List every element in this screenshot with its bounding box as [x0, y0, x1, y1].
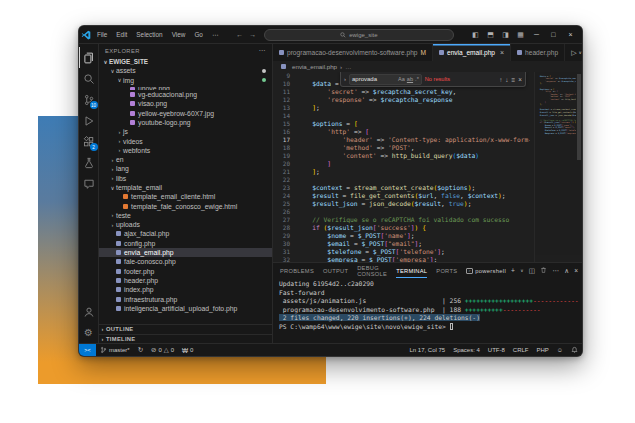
panel-tab-problems[interactable]: PROBLEMS [280, 263, 314, 278]
panel-more-icon[interactable]: ⋯ [552, 267, 559, 275]
tree-row[interactable]: ∨img [99, 76, 272, 85]
tree-row[interactable]: ›webfonts [99, 146, 272, 155]
code-editor[interactable]: 910 $data = [11 'secret' => $recaptcha_s… [273, 72, 582, 262]
tree-row[interactable]: ajax_facial.php [99, 229, 272, 238]
command-center-search[interactable]: ewige_site [264, 29, 454, 41]
remote-indicator-icon[interactable]: >< [79, 344, 96, 357]
menu-item-go[interactable]: Go [190, 29, 207, 41]
find-previous-icon[interactable]: ↑ [499, 76, 502, 83]
tree-row[interactable]: ›teste [99, 211, 272, 220]
panel-close-icon[interactable]: × [574, 267, 578, 274]
split-terminal-icon[interactable]: ◫ [529, 267, 536, 275]
extension-status[interactable]: ₩0 [178, 347, 197, 354]
tab-programacao-desenvolvimento-software.php[interactable]: programacao-desenvolvimento-software.php… [273, 44, 433, 61]
breadcrumb-symbol[interactable]: … [345, 63, 351, 70]
tree-row[interactable]: ∨assets [99, 66, 272, 75]
indentation-status[interactable]: Spaces: 4 [449, 347, 484, 353]
tree-row[interactable]: ›libs [99, 174, 272, 183]
find-query-text[interactable]: aprovada [352, 76, 396, 82]
find-input[interactable]: aprovada Aa ab .* [349, 74, 422, 85]
panel-tab-terminal[interactable]: TERMINAL [396, 263, 427, 278]
git-branch-status[interactable]: master* [96, 346, 134, 354]
panel-collapse-icon[interactable]: ∧ [564, 267, 569, 275]
tree-row[interactable]: envia_email.php [99, 248, 272, 257]
language-mode-status[interactable]: PHP [533, 347, 553, 353]
tree-row[interactable]: template_fale_conosco_ewige.html [99, 201, 272, 210]
tab-header.php[interactable]: header.php [511, 44, 565, 61]
account-icon[interactable] [79, 301, 99, 322]
tree-row[interactable]: ›lang [99, 164, 272, 173]
extensions-icon[interactable]: 2 [79, 131, 99, 152]
window-close-button[interactable]: × [563, 31, 578, 38]
regex-icon[interactable]: .* [415, 76, 419, 82]
timeline-section[interactable]: ›TIMELINE [99, 334, 272, 344]
chat-icon[interactable] [79, 173, 99, 194]
window-minimize-button[interactable]: ─ [529, 31, 544, 38]
whole-word-icon[interactable]: ab [407, 76, 413, 82]
tree-row[interactable]: yellow-eyebrow-60X7.jpg [99, 108, 272, 117]
find-next-icon[interactable]: ↓ [505, 76, 508, 83]
run-debug-icon[interactable] [79, 110, 99, 131]
notifications-bell-icon[interactable] [567, 346, 582, 354]
terminal-output[interactable]: Updating 61954d2..c2a0290Fast-forward as… [273, 278, 582, 343]
settings-gear-icon[interactable]: ⚙ [79, 322, 99, 343]
breadcrumb[interactable]: envia_email.php › … [273, 61, 582, 72]
search-sidebar-icon[interactable] [79, 68, 99, 89]
tab-envia_email.php[interactable]: envia_email.php× [433, 44, 511, 61]
tab-close-icon[interactable]: × [500, 49, 504, 56]
menu-item-more[interactable]: ⋯ [208, 29, 222, 41]
tree-row[interactable]: index.php [99, 285, 272, 294]
run-button[interactable]: ▷ [571, 49, 576, 57]
menu-item-selection[interactable]: Selection [132, 29, 166, 41]
terminal-dropdown-icon[interactable]: ∨ [520, 268, 524, 273]
tree-row[interactable]: ∨template_email [99, 183, 272, 192]
encoding-status[interactable]: UTF-8 [484, 347, 509, 353]
tree-row[interactable]: config.php [99, 239, 272, 248]
tree-row[interactable]: footer.php [99, 267, 272, 276]
new-terminal-icon[interactable]: + [511, 267, 515, 274]
window-maximize-button[interactable]: □ [546, 31, 561, 38]
find-expand-icon[interactable]: › [344, 76, 346, 82]
source-control-icon[interactable]: 10 [79, 89, 99, 110]
tree-row[interactable]: ›uploads [99, 220, 272, 229]
kill-terminal-icon[interactable] [540, 266, 547, 275]
minimap[interactable]: $data = [ 'secret' => $recaptcha_secret_… [534, 72, 576, 262]
cursor-position-status[interactable]: Ln 17, Col 75 [405, 347, 449, 353]
tree-row[interactable]: ›en [99, 155, 272, 164]
tree-row[interactable]: youtube-logo.png [99, 118, 272, 127]
tree-row[interactable]: ›js [99, 127, 272, 136]
breadcrumb-file[interactable]: envia_email.php [292, 63, 337, 70]
tree-row[interactable]: header.php [99, 276, 272, 285]
problems-status[interactable]: ⊘0 △0 [147, 346, 178, 354]
eol-status[interactable]: CRLF [509, 347, 533, 353]
panel-tab-ports[interactable]: PORTS [436, 263, 457, 278]
terminal-shell-chip[interactable]: > powershell [466, 268, 506, 274]
tree-row[interactable]: vg-educacional.png [99, 90, 272, 99]
testing-icon[interactable] [79, 152, 99, 173]
tree-row[interactable]: template_email_cliente.html [99, 192, 272, 201]
menu-item-edit[interactable]: Edit [112, 29, 131, 41]
outline-section[interactable]: ›OUTLINE [99, 324, 272, 334]
find-in-selection-icon[interactable]: ≡ [512, 76, 516, 83]
toggle-secondary-sidebar-icon[interactable]: ◨ [499, 31, 512, 39]
tree-row[interactable]: infraestrutura.php [99, 294, 272, 303]
panel-tab-debug-console[interactable]: DEBUG CONSOLE [357, 263, 387, 278]
find-close-icon[interactable]: × [518, 76, 522, 83]
tree-row[interactable]: inteligencia_artificial_upload_foto.php [99, 304, 272, 313]
editor-scrollbar[interactable] [576, 72, 582, 262]
nav-back-icon[interactable]: ← [236, 31, 243, 38]
tree-row[interactable]: visao.png [99, 99, 272, 108]
sync-status[interactable]: ↻ [134, 346, 147, 354]
tree-root-row[interactable]: ∨EWIGE_SITE [99, 57, 272, 66]
menu-item-view[interactable]: View [168, 29, 190, 41]
tree-row[interactable]: fale-conosco.php [99, 257, 272, 266]
toggle-panel-icon[interactable]: ⬒ [484, 31, 497, 39]
tree-row[interactable]: ›videos [99, 136, 272, 145]
panel-tab-output[interactable]: OUTPUT [323, 263, 348, 278]
explorer-more-actions-icon[interactable]: ⋯ [259, 47, 266, 55]
explorer-icon[interactable] [79, 47, 99, 68]
customize-layout-icon[interactable]: ▦ [514, 31, 527, 39]
nav-forward-icon[interactable]: → [249, 31, 256, 38]
toggle-sidebar-icon[interactable]: ◧ [469, 31, 482, 39]
match-case-icon[interactable]: Aa [398, 76, 405, 82]
